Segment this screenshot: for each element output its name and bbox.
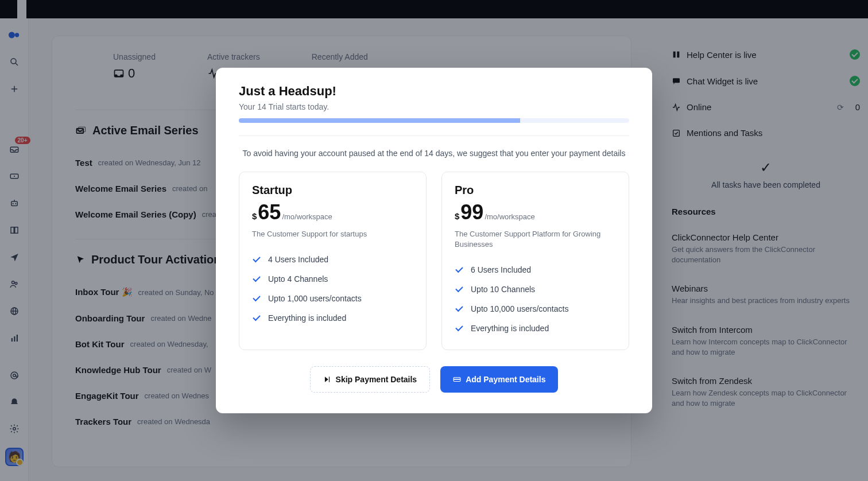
check-icon [252,274,261,284]
skip-icon [323,375,331,383]
trial-progress [239,118,629,123]
check-icon [455,285,464,294]
check-icon [455,304,464,313]
modal-title: Just a Headsup! [239,84,629,99]
modal-subtitle: Your 14 Trial starts today. [239,102,629,111]
trial-progress-fill [239,118,520,123]
modal-overlay: Just a Headsup! Your 14 Trial starts tod… [0,0,868,481]
trial-modal: Just a Headsup! Your 14 Trial starts tod… [216,68,652,413]
check-icon [252,294,261,303]
check-icon [455,265,464,274]
check-icon [252,255,261,264]
svg-rect-32 [454,379,460,380]
modal-hint: To avoid having your account paused at t… [239,149,629,158]
skip-payment-button[interactable]: Skip Payment Details [310,366,431,393]
check-icon [252,313,261,323]
check-icon [455,324,464,333]
card-icon [453,375,461,383]
add-payment-button[interactable]: Add Payment Details [440,366,558,393]
divider [239,135,629,136]
plan-pro[interactable]: Pro $99/mo/workspace The Customer Suppor… [441,172,629,350]
plan-startup[interactable]: Startup $65/mo/workspace The Customer Su… [239,172,427,350]
